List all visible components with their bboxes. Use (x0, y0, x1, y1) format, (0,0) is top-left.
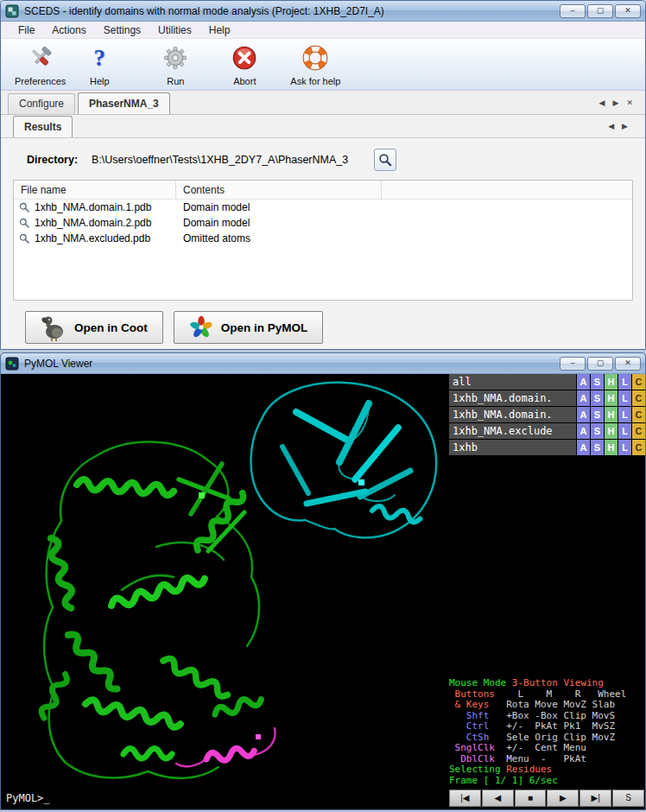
play-button[interactable]: ▶ (547, 790, 579, 807)
scene-button[interactable]: S (612, 790, 644, 807)
tab-scroll-left-icon[interactable]: ◀ (599, 98, 605, 107)
object-button-a[interactable]: A (577, 440, 590, 455)
stop-button[interactable]: ■ (515, 790, 547, 807)
object-button-s[interactable]: S (591, 374, 604, 390)
object-button-s[interactable]: S (591, 440, 604, 455)
pymol-window-controls: – ▢ ✕ (560, 357, 641, 371)
column-file-name[interactable]: File name (14, 181, 176, 199)
menu-settings[interactable]: Settings (95, 22, 149, 38)
object-name[interactable]: 1xhb_NMA.domain. (449, 390, 576, 406)
open-in-pymol-button[interactable]: Open in PyMOL (174, 311, 324, 344)
object-buttons: ASHLC (577, 440, 645, 455)
object-button-s[interactable]: S (591, 390, 604, 406)
cyan-domain-ribbon (250, 383, 436, 538)
question-icon: ? (94, 43, 106, 73)
run-button[interactable]: Run (152, 41, 199, 88)
object-row: allASHLC (449, 374, 645, 390)
object-button-c[interactable]: C (632, 423, 645, 439)
tab-scroll-right-icon[interactable]: ▶ (613, 98, 619, 107)
object-button-h[interactable]: H (605, 407, 618, 422)
menu-actions[interactable]: Actions (43, 22, 94, 38)
object-row: 1xhb_NMA.domain.ASHLC (449, 390, 645, 406)
file-row[interactable]: 1xhb_NMA.excluded.pdbOmitted atoms (14, 231, 632, 246)
object-button-l[interactable]: L (618, 440, 631, 455)
file-contents: Domain model (183, 217, 250, 229)
object-row: 1xhb_NMA.excludeASHLC (449, 423, 645, 439)
pymol-body: allASHLC1xhb_NMA.domain.ASHLC1xhb_NMA.do… (1, 374, 645, 809)
object-button-c[interactable]: C (632, 374, 645, 390)
tools-icon (27, 43, 54, 73)
molecule-viewport[interactable] (1, 374, 449, 809)
object-button-h[interactable]: H (605, 374, 618, 390)
ask-for-help-button[interactable]: Ask for help (287, 41, 344, 88)
minimize-button[interactable]: – (560, 4, 586, 18)
mouse-panel-line: Frame [ 1/ 1] 6/sec (449, 776, 644, 787)
step-back-button[interactable]: ◀ (482, 790, 514, 807)
help-button[interactable]: ? Help (76, 41, 123, 88)
mouse-panel: Mouse Mode 3-Button Viewing Buttons L M … (449, 678, 644, 786)
object-button-a[interactable]: A (577, 390, 590, 406)
file-row[interactable]: 1xhb_NMA.domain.2.pdbDomain model (14, 215, 632, 231)
object-button-s[interactable]: S (591, 407, 604, 422)
open-in-coot-label: Open in Coot (74, 321, 148, 334)
object-button-l[interactable]: L (618, 374, 631, 390)
object-button-a[interactable]: A (577, 407, 590, 422)
magnifier-icon (19, 218, 29, 228)
object-button-a[interactable]: A (577, 423, 590, 439)
object-buttons: ASHLC (577, 374, 645, 390)
pymol-maximize-button[interactable]: ▢ (587, 357, 613, 371)
file-contents-cell: Omitted atoms (176, 231, 382, 246)
object-button-c[interactable]: C (632, 407, 645, 422)
coot-bird-icon (41, 314, 66, 341)
tab-configure[interactable]: Configure (8, 93, 75, 114)
pymol-window: PyMOL Viewer – ▢ ✕ (0, 352, 646, 810)
object-button-c[interactable]: C (632, 390, 645, 406)
object-button-h[interactable]: H (605, 440, 618, 455)
file-contents: Domain model (183, 201, 250, 213)
step-forward-button[interactable]: ▶| (580, 790, 611, 807)
result-scroll-left-icon[interactable]: ◀ (608, 122, 614, 130)
result-tab-controls: ◀ ▶ (608, 122, 633, 130)
pymol-command-prompt[interactable]: PyMOL>_ (6, 792, 50, 804)
file-name: 1xhb_NMA.domain.2.pdb (35, 217, 151, 229)
close-button[interactable]: ✕ (615, 4, 641, 18)
tab-phasernma-3[interactable]: PhaserNMA_3 (78, 92, 170, 114)
pymol-side-panel: allASHLC1xhb_NMA.domain.ASHLC1xhb_NMA.do… (449, 374, 645, 809)
rewind-button[interactable]: |◀ (449, 790, 481, 807)
file-row[interactable]: 1xhb_NMA.domain.1.pdbDomain model (14, 200, 632, 215)
maximize-button[interactable]: ▢ (587, 4, 613, 18)
open-in-pymol-label: Open in PyMOL (221, 321, 308, 334)
magenta-excluded-ribbon (176, 728, 276, 766)
menu-file[interactable]: File (10, 22, 43, 38)
pymol-window-title: PyMOL Viewer (24, 358, 92, 370)
object-button-c[interactable]: C (632, 440, 645, 455)
pymol-close-button[interactable]: ✕ (615, 357, 641, 371)
object-buttons: ASHLC (577, 423, 645, 439)
object-name[interactable]: 1xhb_NMA.domain. (449, 407, 576, 422)
tab-results[interactable]: Results (13, 116, 73, 137)
object-name[interactable]: 1xhb (449, 440, 576, 455)
magnifier-icon (19, 202, 29, 213)
menu-utilities[interactable]: Utilities (149, 22, 200, 38)
file-name-cell: 1xhb_NMA.domain.1.pdb (14, 200, 176, 215)
toolbar: Preferences ? Help Run (1, 39, 645, 91)
object-button-l[interactable]: L (618, 423, 631, 439)
preferences-button[interactable]: Preferences (11, 41, 69, 88)
pymol-minimize-button[interactable]: – (560, 357, 586, 371)
object-button-h[interactable]: H (605, 423, 618, 439)
abort-button[interactable]: Abort (221, 41, 268, 88)
browse-directory-button[interactable] (374, 149, 396, 171)
object-button-l[interactable]: L (618, 390, 631, 406)
menu-help[interactable]: Help (200, 22, 239, 38)
pymol-app-icon (5, 357, 19, 371)
column-contents[interactable]: Contents (176, 181, 382, 199)
object-name[interactable]: 1xhb_NMA.exclude (449, 423, 576, 439)
open-in-coot-button[interactable]: Open in Coot (25, 311, 163, 344)
result-scroll-right-icon[interactable]: ▶ (622, 122, 628, 130)
object-button-a[interactable]: A (577, 374, 590, 390)
object-button-l[interactable]: L (618, 407, 631, 422)
tab-close-icon[interactable]: ✕ (626, 98, 633, 107)
object-name[interactable]: all (449, 374, 576, 390)
object-button-s[interactable]: S (591, 423, 604, 439)
object-button-h[interactable]: H (605, 390, 618, 406)
